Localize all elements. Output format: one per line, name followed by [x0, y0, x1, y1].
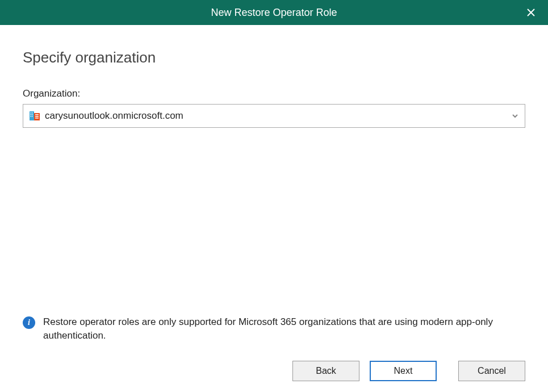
next-button[interactable]: Next: [370, 361, 437, 381]
titlebar: New Restore Operator Role: [0, 0, 548, 25]
close-icon: [526, 8, 536, 17]
cancel-button[interactable]: Cancel: [458, 361, 525, 381]
info-icon: i: [23, 316, 35, 329]
svg-rect-11: [35, 116, 39, 117]
window-title: New Restore Operator Role: [211, 7, 337, 19]
svg-rect-10: [35, 114, 39, 115]
svg-rect-5: [31, 114, 32, 115]
organization-icon: [29, 110, 40, 122]
info-message: i Restore operator roles are only suppor…: [23, 315, 525, 343]
dialog-content: Specify organization Organization: carys…: [0, 25, 548, 357]
organization-label: Organization:: [23, 88, 525, 99]
svg-rect-7: [31, 116, 32, 117]
button-bar: Back Next Cancel: [0, 357, 548, 392]
close-button[interactable]: [521, 6, 541, 19]
svg-rect-12: [35, 118, 39, 119]
svg-rect-8: [32, 116, 33, 117]
organization-dropdown[interactable]: carysunoutlook.onmicrosoft.com: [23, 104, 525, 128]
organization-value: carysunoutlook.onmicrosoft.com: [45, 110, 511, 122]
svg-rect-6: [32, 114, 33, 115]
page-title: Specify organization: [23, 49, 525, 66]
svg-rect-3: [31, 112, 32, 114]
info-text: Restore operator roles are only supporte…: [43, 315, 525, 343]
back-button[interactable]: Back: [292, 361, 359, 381]
svg-rect-4: [32, 112, 33, 114]
chevron-down-icon: [511, 112, 519, 120]
